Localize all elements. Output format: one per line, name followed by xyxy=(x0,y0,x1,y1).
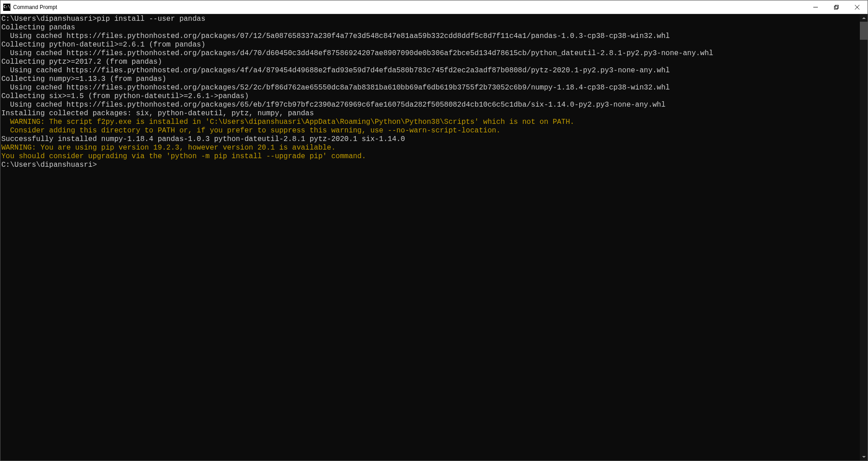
terminal-line: C:\Users\dipanshuasri>pip install --user… xyxy=(1,15,860,24)
terminal-line: Successfully installed numpy-1.18.4 pand… xyxy=(1,135,860,144)
window-title: Command Prompt xyxy=(13,4,805,10)
scrollbar[interactable] xyxy=(860,14,868,461)
minimize-button[interactable] xyxy=(805,0,826,14)
minimize-icon xyxy=(813,5,818,9)
terminal-line: Installing collected packages: six, pyth… xyxy=(1,109,860,118)
svg-rect-1 xyxy=(835,6,838,9)
terminal-line: Using cached https://files.pythonhosted.… xyxy=(1,101,860,109)
svg-rect-2 xyxy=(835,5,839,8)
chevron-up-icon xyxy=(862,17,866,19)
terminal-line: Collecting pytz>=2017.2 (from pandas) xyxy=(1,58,860,66)
terminal-line: Collecting six>=1.5 (from python-dateuti… xyxy=(1,92,860,101)
terminal-wrapper: C:\Users\dipanshuasri>pip install --user… xyxy=(0,14,868,461)
terminal-line: Using cached https://files.pythonhosted.… xyxy=(1,84,860,92)
close-icon xyxy=(855,5,859,9)
maximize-button[interactable] xyxy=(826,0,847,14)
terminal-line: WARNING: You are using pip version 19.2.… xyxy=(1,144,860,152)
terminal-line: Using cached https://files.pythonhosted.… xyxy=(1,66,860,75)
cmd-icon: C:\ xyxy=(3,4,10,11)
scrollbar-up-button[interactable] xyxy=(860,14,868,22)
terminal-line: Collecting python-dateutil>=2.6.1 (from … xyxy=(1,41,860,49)
terminal-output[interactable]: C:\Users\dipanshuasri>pip install --user… xyxy=(0,14,860,461)
terminal-line: Using cached https://files.pythonhosted.… xyxy=(1,32,860,41)
titlebar[interactable]: C:\ Command Prompt xyxy=(0,0,868,14)
terminal-line: WARNING: The script f2py.exe is installe… xyxy=(1,118,860,127)
window: C:\ Command Prompt C:\Users\dipanshuasri… xyxy=(0,0,868,461)
svg-marker-5 xyxy=(862,17,866,19)
terminal-line: Collecting numpy>=1.13.3 (from pandas) xyxy=(1,75,860,84)
terminal-line: Using cached https://files.pythonhosted.… xyxy=(1,49,860,58)
svg-marker-6 xyxy=(862,456,866,458)
terminal-line: C:\Users\dipanshuasri> xyxy=(1,161,860,169)
titlebar-controls xyxy=(805,0,868,14)
scrollbar-thumb[interactable] xyxy=(860,22,868,40)
terminal-line: Consider adding this directory to PATH o… xyxy=(1,127,860,135)
chevron-down-icon xyxy=(862,456,866,458)
terminal-line: Collecting pandas xyxy=(1,24,860,32)
close-button[interactable] xyxy=(847,0,868,14)
maximize-icon xyxy=(834,5,839,9)
terminal-line: You should consider upgrading via the 'p… xyxy=(1,152,860,161)
scrollbar-down-button[interactable] xyxy=(860,453,868,461)
